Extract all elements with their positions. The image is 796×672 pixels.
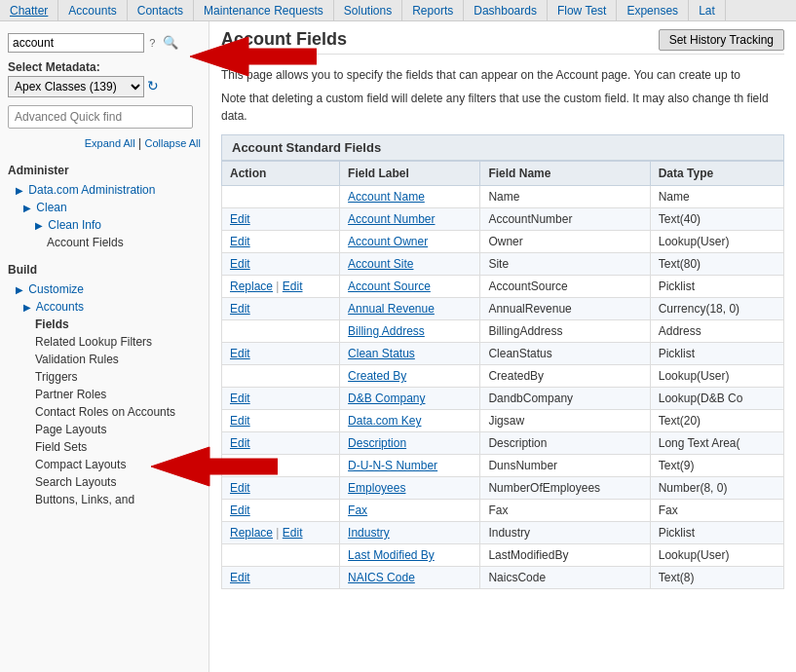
customize-item[interactable]: ▶ Customize xyxy=(0,280,208,298)
action-edit-link[interactable]: Edit xyxy=(230,302,250,316)
page-layouts-item[interactable]: Page Layouts xyxy=(0,421,208,438)
nav-dashboards[interactable]: Dashboards xyxy=(464,0,548,20)
action-edit-link[interactable]: Edit xyxy=(230,571,250,584)
search-help-icon[interactable]: ? xyxy=(147,35,157,51)
table-cell-field-label: Account Site xyxy=(340,253,480,276)
action-edit-link[interactable]: Edit xyxy=(230,347,250,360)
fields-table: Action Field Label Field Name Data Type … xyxy=(221,161,784,589)
action-edit-link[interactable]: Edit xyxy=(230,257,250,271)
action-edit-link[interactable]: Edit xyxy=(230,414,250,428)
field-label-link[interactable]: Annual Revenue xyxy=(348,302,435,316)
field-label-link[interactable]: Last Modified By xyxy=(348,548,435,562)
metadata-select[interactable]: Apex Classes (139) xyxy=(8,76,144,97)
field-label-link[interactable]: Account Source xyxy=(348,280,431,293)
related-lookup-link[interactable]: Related Lookup Filters xyxy=(35,335,152,349)
table-cell-data-type: Text(20) xyxy=(650,410,783,432)
related-lookup-item[interactable]: Related Lookup Filters xyxy=(0,333,208,351)
field-sets-item[interactable]: Field Sets xyxy=(0,438,208,456)
nav-chatter[interactable]: Chatter xyxy=(0,0,58,20)
clean-info-link[interactable]: Clean Info xyxy=(48,218,101,232)
buttons-links-item[interactable]: Buttons, Links, and xyxy=(0,491,208,508)
table-row: EditD-U-N-S NumberDunsNumberText(9) xyxy=(222,455,784,477)
field-label-link[interactable]: Clean Status xyxy=(348,347,415,360)
set-history-tracking-button[interactable]: Set History Tracking xyxy=(659,29,784,51)
action-edit-link[interactable]: Edit xyxy=(283,280,303,293)
clean-item[interactable]: ▶ Clean xyxy=(0,199,208,216)
field-label-link[interactable]: Account Owner xyxy=(348,235,428,248)
nav-reports[interactable]: Reports xyxy=(402,0,464,20)
clean-link[interactable]: Clean xyxy=(36,201,66,214)
metadata-refresh-icon[interactable]: ↻ xyxy=(147,78,159,93)
field-label-link[interactable]: Fax xyxy=(348,504,367,517)
action-edit-link[interactable]: Edit xyxy=(230,481,250,495)
search-layouts-item[interactable]: Search Layouts xyxy=(0,473,208,491)
action-edit-link[interactable]: Edit xyxy=(230,504,250,517)
nav-flow-test[interactable]: Flow Test xyxy=(548,0,617,20)
contact-roles-item[interactable]: Contact Roles on Accounts xyxy=(0,403,208,421)
accounts-link[interactable]: Accounts xyxy=(36,300,84,314)
field-label-link[interactable]: Account Number xyxy=(348,212,435,226)
field-label-link[interactable]: Account Name xyxy=(348,190,425,204)
nav-contacts[interactable]: Contacts xyxy=(128,0,194,20)
quick-find-input[interactable] xyxy=(8,105,193,129)
field-label-link[interactable]: Created By xyxy=(348,369,406,383)
action-replace-link[interactable]: Replace xyxy=(230,280,273,293)
compact-layouts-link[interactable]: Compact Layouts xyxy=(35,458,126,471)
field-label-link[interactable]: Description xyxy=(348,436,406,450)
field-label-link[interactable]: D-U-N-S Number xyxy=(348,459,437,472)
buttons-links-link[interactable]: Buttons, Links, and xyxy=(35,493,134,506)
field-label-link[interactable]: Billing Address xyxy=(348,324,425,338)
table-cell-field-label: Account Owner xyxy=(340,231,480,253)
fields-item[interactable]: Fields xyxy=(0,316,208,333)
account-fields-item[interactable]: Account Fields xyxy=(0,234,208,251)
fields-link[interactable]: Fields xyxy=(35,317,69,331)
action-edit-link[interactable]: Edit xyxy=(230,459,250,472)
table-cell-field-name: Fax xyxy=(480,500,650,522)
clean-info-item[interactable]: ▶ Clean Info xyxy=(0,216,208,234)
search-button[interactable]: 🔍 xyxy=(161,33,180,52)
search-input[interactable]: account xyxy=(8,33,144,53)
expand-all-link[interactable]: Expand All xyxy=(85,137,135,149)
field-label-link[interactable]: NAICS Code xyxy=(348,571,415,584)
table-cell-field-label: Last Modified By xyxy=(340,544,480,567)
nav-solutions[interactable]: Solutions xyxy=(334,0,402,20)
table-cell-action: Replace | Edit xyxy=(222,522,340,544)
field-label-link[interactable]: Industry xyxy=(348,526,390,540)
action-edit-link[interactable]: Edit xyxy=(230,392,250,405)
nav-lat[interactable]: Lat xyxy=(689,0,726,20)
table-cell-field-name: NaicsCode xyxy=(480,567,650,589)
nav-maintenance-requests[interactable]: Maintenance Requests xyxy=(194,0,334,20)
partner-roles-link[interactable]: Partner Roles xyxy=(35,388,106,401)
action-edit-link[interactable]: Edit xyxy=(230,235,250,248)
customize-link[interactable]: Customize xyxy=(28,282,84,296)
action-edit-link[interactable]: Edit xyxy=(283,526,303,540)
accounts-item[interactable]: ▶ Accounts xyxy=(0,298,208,316)
compact-layouts-item[interactable]: Compact Layouts xyxy=(0,456,208,473)
table-cell-field-name: AnnualRevenue xyxy=(480,298,650,320)
partner-roles-item[interactable]: Partner Roles xyxy=(0,386,208,403)
field-sets-link[interactable]: Field Sets xyxy=(35,440,87,454)
collapse-all-link[interactable]: Collapse All xyxy=(145,137,201,149)
nav-expenses[interactable]: Expenses xyxy=(617,0,689,20)
contact-roles-link[interactable]: Contact Roles on Accounts xyxy=(35,405,175,419)
field-label-link[interactable]: Account Site xyxy=(348,257,413,271)
table-cell-action xyxy=(222,186,340,208)
page-layouts-link[interactable]: Page Layouts xyxy=(35,423,106,436)
validation-rules-item[interactable]: Validation Rules xyxy=(0,351,208,368)
table-cell-data-type: Text(80) xyxy=(650,253,783,276)
datacom-admin-item[interactable]: ▶ Data.com Administration xyxy=(0,181,208,199)
field-label-link[interactable]: Employees xyxy=(348,481,405,495)
datacom-admin-link[interactable]: Data.com Administration xyxy=(28,183,155,197)
account-fields-link[interactable]: Account Fields xyxy=(47,236,124,249)
triggers-link[interactable]: Triggers xyxy=(35,370,78,384)
triggers-item[interactable]: Triggers xyxy=(0,368,208,386)
validation-rules-link[interactable]: Validation Rules xyxy=(35,353,119,366)
table-cell-field-name: DandbCompany xyxy=(480,388,650,410)
nav-accounts[interactable]: Accounts xyxy=(58,0,127,20)
field-label-link[interactable]: D&B Company xyxy=(348,392,425,405)
action-edit-link[interactable]: Edit xyxy=(230,212,250,226)
field-label-link[interactable]: Data.com Key xyxy=(348,414,421,428)
action-edit-link[interactable]: Edit xyxy=(230,436,250,450)
search-layouts-link[interactable]: Search Layouts xyxy=(35,475,116,489)
action-replace-link[interactable]: Replace xyxy=(230,526,273,540)
